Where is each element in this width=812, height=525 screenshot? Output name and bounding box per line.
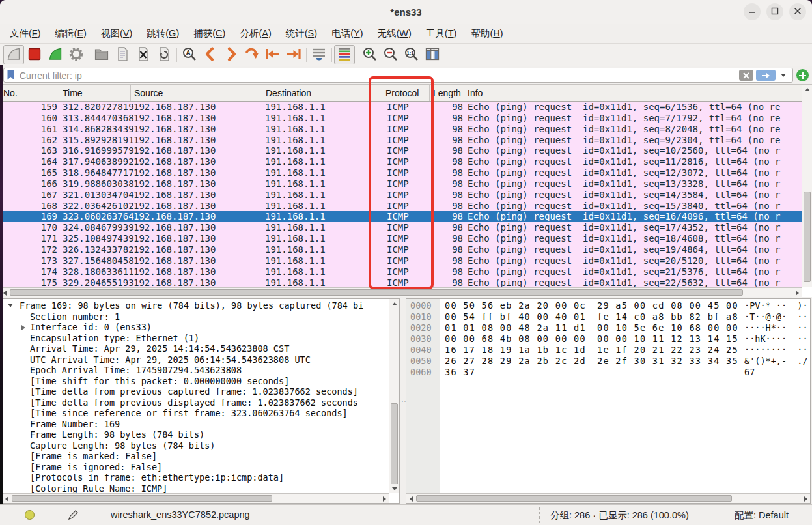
colorize-button[interactable] — [334, 45, 355, 64]
packet-list-vscroll-thumb[interactable] — [804, 192, 811, 282]
detail-vscrollbar[interactable] — [389, 299, 399, 493]
packet-row[interactable]: 172326.132433782192.168.187.130191.168.1… — [0, 244, 802, 255]
detail-vscroll-thumb[interactable] — [391, 403, 398, 487]
packet-row[interactable]: 170324.084679939192.168.187.130191.168.1… — [0, 222, 802, 233]
detail-tree-line[interactable]: Frame Number: 169 — [2, 419, 389, 430]
detail-tree-line[interactable]: [Protocols in frame: eth:ethertype:ip:ic… — [2, 472, 389, 483]
hex-row[interactable]: 003000 00 68 4b 08 00 00 0000 00 10 11 1… — [406, 333, 810, 345]
restart-capture-button[interactable] — [45, 45, 66, 64]
detail-hscrollbar[interactable] — [2, 493, 389, 503]
go-forward-button[interactable] — [221, 45, 242, 64]
go-first-button[interactable] — [262, 45, 283, 64]
reload-file-button[interactable] — [154, 45, 175, 64]
detail-tree-line[interactable]: Epoch Arrival Time: 1745907294.543623808 — [2, 365, 389, 376]
detail-tree-line[interactable]: Arrival Time: Apr 29, 2025 14:14:54.5436… — [2, 343, 389, 354]
packet-list-hscroll-thumb[interactable] — [10, 289, 743, 296]
scroll-left-button[interactable] — [406, 494, 415, 504]
packet-row[interactable]: 161314.868283439192.168.187.130191.168.1… — [0, 124, 802, 135]
packet-row[interactable]: 165318.964847717192.168.187.130191.168.1… — [0, 167, 802, 178]
bookmark-icon[interactable] — [6, 68, 16, 83]
hex-row[interactable]: 005026 27 28 29 2a 2b 2c 2d2e 2f 30 31 3… — [406, 356, 810, 367]
detail-tree-line[interactable]: [Frame is ignored: False] — [2, 462, 389, 473]
menu-item-analyze[interactable]: 分析(A) — [232, 25, 278, 42]
scroll-down-button[interactable] — [389, 484, 400, 493]
column-header-info[interactable]: Info — [464, 85, 802, 101]
packet-row[interactable]: 164317.940638992192.168.187.130191.168.1… — [0, 156, 802, 167]
menu-item-statistics[interactable]: 统计(S) — [279, 25, 324, 42]
minimize-button[interactable] — [744, 3, 761, 20]
capture-options-button[interactable] — [66, 45, 87, 64]
go-back-button[interactable] — [200, 45, 221, 64]
hex-hscroll-thumb[interactable] — [416, 495, 732, 502]
detail-tree-line[interactable]: [Coloring Rule Name: ICMP] — [2, 483, 389, 494]
filter-dropdown-caret[interactable] — [781, 74, 786, 77]
maximize-button[interactable] — [766, 3, 783, 20]
open-file-button[interactable] — [91, 45, 112, 64]
find-packet-button[interactable]: A — [179, 45, 200, 64]
zoom-in-button[interactable] — [359, 45, 380, 64]
detail-tree-line[interactable]: Encapsulation type: Ethernet (1) — [2, 333, 389, 344]
display-filter-input[interactable]: Current filter: ip — [3, 68, 793, 83]
packet-row[interactable]: 166319.988603038192.168.187.130191.168.1… — [0, 178, 802, 190]
hex-row[interactable]: 006036 3767 — [406, 367, 810, 378]
hex-dump-pane[interactable]: 000000 50 56 eb 2a 20 00 0c29 a5 00 cd 0… — [406, 298, 811, 504]
menu-item-telephony[interactable]: 电话(Y) — [324, 25, 370, 42]
menu-item-tools[interactable]: 工具(T) — [419, 25, 464, 42]
detail-tree-line[interactable]: [Time shift for this packet: 0.000000000… — [2, 376, 389, 387]
packet-row[interactable]: 159312.820727819192.168.187.130191.168.1… — [0, 102, 802, 113]
scroll-right-button[interactable] — [380, 494, 389, 504]
packet-row[interactable]: 163316.916999579192.168.187.130191.168.1… — [0, 145, 802, 156]
hex-row[interactable]: 004016 17 18 19 1a 1b 1c 1d1e 1f 20 21 2… — [406, 345, 810, 356]
packet-row[interactable]: 160313.844470368192.168.187.130191.168.1… — [0, 113, 802, 124]
detail-tree-line[interactable]: Frame Length: 98 bytes (784 bits) — [2, 429, 389, 440]
packet-list-vscrollbar[interactable] — [802, 85, 812, 287]
profile-label[interactable]: 配置: Default — [735, 509, 789, 522]
detail-tree-line[interactable]: [Time delta from previous captured frame… — [2, 386, 389, 397]
close-file-button[interactable] — [133, 45, 154, 64]
scroll-up-button[interactable] — [802, 85, 812, 94]
save-file-button[interactable] — [112, 45, 133, 64]
capture-status-icon[interactable] — [25, 510, 35, 520]
detail-hscroll-thumb[interactable] — [12, 495, 272, 502]
expander-closed-icon[interactable] — [21, 325, 25, 330]
hex-hscrollbar[interactable] — [406, 493, 810, 503]
detail-tree-line[interactable]: [Frame is marked: False] — [2, 451, 389, 462]
go-to-packet-button[interactable] — [242, 45, 262, 64]
menu-item-view[interactable]: 视图(V) — [94, 25, 139, 42]
menu-item-wireless[interactable]: 无线(W) — [370, 25, 418, 42]
zoom-original-button[interactable]: 1:1 — [401, 45, 422, 64]
detail-tree-line[interactable]: [Time delta from previous displayed fram… — [2, 397, 389, 408]
scroll-up-button[interactable] — [389, 299, 400, 308]
filter-clear-button[interactable] — [739, 70, 753, 81]
menu-item-file[interactable]: 文件(F) — [3, 25, 48, 42]
column-header-source[interactable]: Source — [131, 85, 262, 101]
hex-row[interactable]: 000000 50 56 eb 2a 20 00 0c29 a5 00 cd 0… — [406, 300, 810, 311]
pane-splitter[interactable]: ····· — [400, 298, 406, 504]
hex-row[interactable]: 002001 01 08 00 48 2a 11 d100 10 5e 6e 1… — [406, 322, 810, 333]
packet-row[interactable]: 168322.036426102192.168.187.130191.168.1… — [0, 201, 802, 212]
scroll-right-button[interactable] — [801, 494, 810, 504]
packet-row[interactable]: 171325.108497439192.168.187.130191.168.1… — [0, 233, 802, 244]
packet-row[interactable]: 162315.892928191192.168.187.130191.168.1… — [0, 135, 802, 146]
packet-row-selected[interactable]: 169323.060263764192.168.187.130191.168.1… — [0, 211, 802, 222]
capture-filename[interactable]: wireshark_ens33YC7852.pcapng — [111, 509, 250, 520]
stop-capture-button[interactable] — [24, 45, 45, 64]
detail-tree-line[interactable]: Capture Length: 98 bytes (784 bits) — [2, 440, 389, 451]
capture-comment-icon[interactable] — [68, 509, 79, 522]
close-button[interactable] — [789, 3, 806, 20]
zoom-out-button[interactable] — [380, 45, 401, 64]
detail-tree-line[interactable]: [Time since reference or first frame: 32… — [2, 408, 389, 419]
packet-row[interactable]: 167321.013034704192.168.187.130191.168.1… — [0, 190, 802, 201]
expander-open-icon[interactable] — [8, 304, 13, 307]
packet-row[interactable]: 175329.204655193192.168.187.130191.168.1… — [0, 277, 802, 288]
column-header-protocol[interactable]: Protocol — [382, 85, 430, 101]
hex-row[interactable]: 001000 54 ff bf 40 00 40 01fe 14 c0 a8 b… — [406, 311, 810, 322]
scroll-right-button[interactable] — [792, 288, 802, 298]
packet-row[interactable]: 174328.180633611192.168.187.130191.168.1… — [0, 266, 802, 277]
column-header-destination[interactable]: Destination — [262, 85, 382, 101]
resize-columns-button[interactable] — [422, 45, 443, 64]
detail-tree-line[interactable]: Frame 169: 98 bytes on wire (784 bits), … — [2, 300, 389, 311]
detail-tree-line[interactable]: UTC Arrival Time: Apr 29, 2025 06:14:54.… — [2, 354, 389, 365]
titlebar[interactable]: *ens33 — [0, 0, 812, 24]
go-last-button[interactable] — [283, 45, 304, 64]
